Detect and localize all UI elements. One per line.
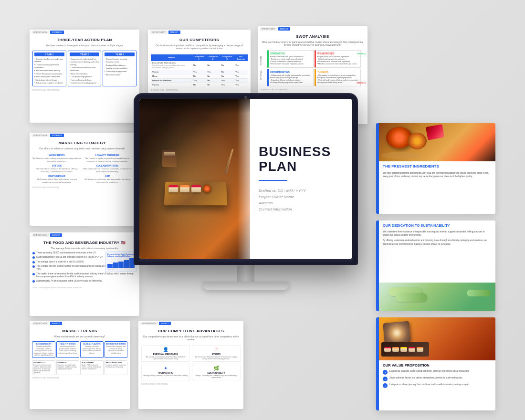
y3-item-6: • Menu innovation (105, 73, 135, 76)
sustain-icon: 🌿 (194, 366, 239, 371)
check-icon-1: ✓ (383, 370, 388, 375)
adv-s-title: SUSTAINABILITY (194, 372, 239, 374)
monitor-neck (237, 265, 254, 282)
year-1-header: YEAR 1 (34, 52, 64, 56)
competitors-table: Feature Competitor 1 Competitor 2 Compet… (151, 54, 248, 87)
mkt-app: APP We'll create an interactive app that… (83, 175, 132, 183)
advantages-grid: 👤 PERSONALIZED DINING We provide an inte… (138, 343, 243, 382)
monitor-wrapper: BUSINESS PLAN Drafted on DD / MM / YYYY … (134, 93, 358, 313)
fb-title: THE FOOD AND BEVERAGE INDUSTRY 🇺🇸 (30, 238, 139, 247)
slide-freshest[interactable]: THE FRESHEST INGREDIENTS We have establi… (376, 123, 495, 214)
bp-meta-1: Drafted on DD / MM / YYYY (259, 189, 344, 193)
slide-competitive-adv[interactable]: OPPORTUNITY MARKET OUR COMPETITIVE ADVAN… (138, 321, 243, 409)
t2-text: Increasing consumer preference for healt… (58, 346, 78, 354)
personalized-icon: 👤 (143, 347, 188, 352)
marketing-title: MARKETING STRATEGY (30, 138, 135, 147)
mkt-collab: COLLABORATIONS We'll collaborate will re… (83, 164, 132, 173)
swot-label-harmful: HARMFUL (357, 82, 366, 84)
swot-label-helpful: HELPFUL (357, 52, 366, 55)
bar-4 (124, 260, 129, 268)
tl1-title: AUTHENTICITY (33, 362, 54, 364)
s5 (417, 347, 423, 352)
swot-weaknesses: WEAKNESSES • Higher prices due to premiu… (315, 50, 361, 68)
s1 (384, 347, 391, 352)
trend-auth: AUTHENTICITY Consumers seek sushi and au… (32, 360, 55, 375)
swot-o-header: OPPORTUNITIES (270, 71, 312, 74)
slide-sustainability[interactable]: OUR DEDICATION TO SUSTAINABILITY We unde… (376, 220, 495, 311)
col-header-c1: Competitor 1 (192, 54, 206, 61)
feature-label: Last-minute ReservationsCan the business… (151, 61, 192, 70)
freshest-title: THE FRESHEST INGREDIENTS (383, 164, 492, 169)
c2-val: No (206, 61, 220, 70)
tag-market-comp: MARKET (168, 31, 180, 34)
mkt-workshops-text: We'll launch a sushi making workshop to … (32, 157, 81, 162)
y1-item-3: • Staff recruitment and training (34, 69, 64, 72)
slide-food-beverage[interactable]: OPPORTUNITY MARKET THE FOOD AND BEVERAGE… (30, 232, 139, 316)
mkt-partnership: PARTNERSHIP We'll partner with a 'Taste … (32, 175, 81, 183)
slide-market-trends[interactable]: OPPORTUNITY MARKET MARKET TRENDS What ma… (30, 321, 130, 409)
slide-three-year[interactable]: OPPORTUNITY STRATEGY THREE-YEAR ACTION P… (30, 30, 139, 123)
us-val: Yes (234, 70, 248, 74)
bp-meta-2: Project Owner Name (259, 195, 344, 199)
monitor-screen: BUSINESS PLAN Drafted on DD / MM / YYYY … (139, 99, 352, 259)
value-image-area (379, 317, 495, 360)
sustain-body2: By offering sustainable seafood options … (383, 239, 492, 245)
swot-w-header: WEAKNESSES (317, 52, 359, 55)
main-container: OPPORTUNITY STRATEGY THREE-YEAR ACTION P… (0, 0, 525, 420)
swot-t-header: THREATS (317, 71, 359, 74)
tag-opp-comp: OPPORTUNITY (150, 31, 168, 34)
check-icon-2: ✓ (383, 377, 388, 381)
bp-meta-4: Contact Information (259, 207, 344, 211)
bar-1 (107, 264, 113, 268)
y2-item-6: • Host cooking workshops (70, 78, 100, 82)
bar-labels: Target of $... (107, 268, 135, 270)
mkt-app-title: APP (83, 175, 132, 178)
tl1-text: Consumers seek sushi and authentic Japan… (33, 364, 54, 374)
stat-dot-2 (32, 256, 35, 259)
t3-title: GLOBAL FLAVORS (82, 343, 102, 345)
c1-val: Yes (192, 78, 206, 83)
c3-val: No (220, 74, 234, 78)
stat-dot-4 (32, 265, 35, 268)
footer-confidential-1: BUSINESS PLAN · CONFIDENTIAL (32, 89, 59, 91)
competitors-subtitle: Our business distinguishes itself from c… (148, 44, 251, 52)
stat-dot-6 (32, 280, 35, 283)
value-item-2: ✓ Savor authentic flavors in a vibrant a… (383, 377, 492, 381)
value-item-3: ✓ Indulge in a culinary journey that com… (383, 383, 492, 388)
trend-payments: PAYMENTS Customers are mobile wallet int… (56, 360, 80, 375)
swot-label-internal: INTERNAL (260, 56, 262, 65)
monitor-base (203, 282, 289, 290)
trend-healthy: HEALTHY DINING Increasing consumer prefe… (56, 341, 80, 358)
swot-title: SWOT ANALYSIS (258, 32, 368, 41)
tag-market-trends: MARKET (50, 322, 62, 325)
footer-confidential-swot: BUSINESS PLAN · CONFIDENTIAL (261, 89, 287, 91)
mkt-app-text: We'll create an interactive app that gam… (83, 178, 132, 183)
lower-trends: AUTHENTICITY Consumers seek sushi and au… (30, 359, 130, 376)
footer-confidential-mkt: BUSINESS PLAN · CONFIDENTIAL (32, 187, 59, 189)
tl3-title: POS SYSTEMS (82, 362, 102, 364)
fb-stat-6: Approximately 7% of restaurants in the U… (30, 280, 139, 283)
tea-leaf (164, 152, 175, 156)
adv-p-text: We provide an interactive 'Build Your Ow… (143, 356, 188, 360)
revenue-title: Revenue for the Sushi Restaurant Industr… (107, 253, 135, 257)
y2-item-5: • Community engagement (70, 75, 100, 79)
c1-val: No (192, 74, 206, 78)
value-title: OUR VALUE PROPOSITION (383, 363, 492, 368)
c1-val: Yes (192, 70, 206, 74)
t4-text: Demand for engaging and interactive dini… (106, 346, 126, 354)
y2-item-7: • Introduction of loyalty program (70, 82, 100, 85)
sushi-row-visual (381, 342, 429, 357)
adv-s-text: Pledge - Protecting our Ocean through ou… (194, 375, 239, 378)
y2-item-4: • Menu diversification (70, 72, 100, 75)
swot-s-items: • Skilled sushi chefs with years of expe… (270, 56, 312, 66)
slide-value-prop[interactable]: OUR VALUE PROPOSITION ✓ Experience exqui… (376, 317, 495, 410)
c3-val: No (220, 70, 234, 74)
swot-label-external: EXTERNAL (260, 70, 262, 80)
slide-marketing[interactable]: OPPORTUNITY STRATEGY MARKETING STRATEGY … (30, 133, 135, 226)
tl4-title: WASTE REDUCTION (106, 362, 126, 364)
tag-opp-trends: OPPORTUNITY (32, 322, 49, 325)
y2-item-2: • Introduction of delivery and online or… (70, 61, 100, 66)
mkt-offers-title: OFFERS (32, 164, 81, 167)
y3-item-3: • Sustainability initiatives (105, 63, 135, 67)
year-boxes: YEAR 1 • Concept development and menu cr… (30, 49, 139, 88)
